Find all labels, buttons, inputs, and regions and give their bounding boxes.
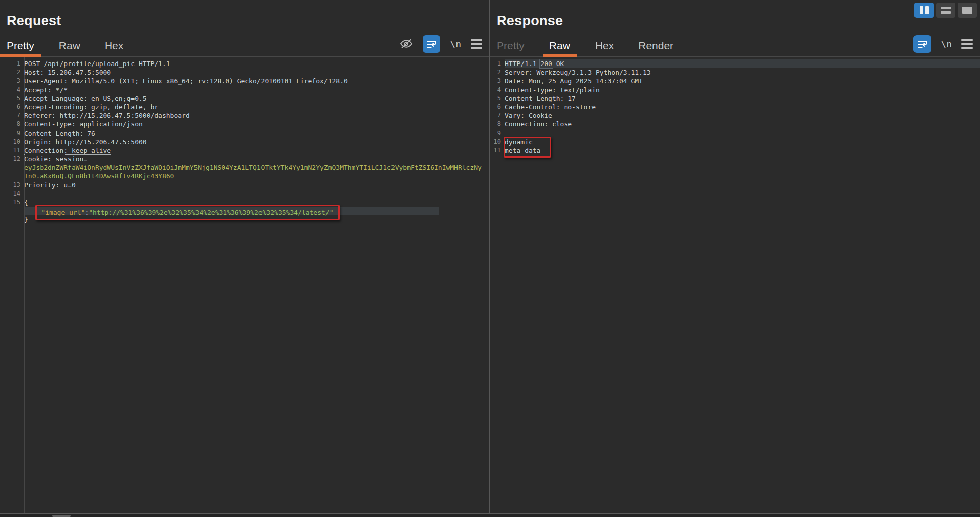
menu-icon[interactable] [471, 39, 482, 49]
request-code-line: 7Referer: http://15.206.47.5:5000/dashbo… [0, 111, 489, 120]
line-text: POST /api/profile/upload_pic HTTP/1.1 [20, 59, 170, 68]
request-tab-hex[interactable]: Hex [105, 35, 123, 56]
line-number: 10 [490, 138, 501, 146]
line-text: HTTP/1.1 200 OK [501, 59, 564, 68]
response-tab-hex[interactable]: Hex [595, 35, 614, 56]
maximize-icon[interactable] [958, 3, 977, 18]
line-number: 11 [0, 146, 20, 155]
response-code-line: 9 [490, 129, 980, 138]
split-rows-icon[interactable] [936, 3, 955, 18]
response-code-line: 3Date: Mon, 25 Aug 2025 14:37:04 GMT [490, 77, 980, 85]
code-token: Cache-Control: no-store [505, 103, 596, 111]
word-wrap-icon[interactable] [913, 35, 931, 53]
horizontal-scrollbar-thumb[interactable] [52, 515, 71, 517]
line-number [0, 163, 20, 172]
response-code-line: 1HTTP/1.1 200 OK [490, 59, 980, 68]
word-wrap-icon[interactable] [423, 35, 440, 53]
code-token: } [24, 216, 28, 223]
line-number: 3 [490, 77, 501, 85]
line-text: } [20, 215, 28, 224]
request-code-line: 9Content-Length: 76 [0, 129, 489, 138]
response-tabs: Pretty Raw Hex Render [497, 35, 698, 56]
response-code-line: 8Connection: close [490, 120, 980, 128]
line-number: 7 [490, 111, 501, 120]
line-text: Cache-Control: no-store [501, 103, 596, 111]
line-number: 2 [0, 68, 20, 77]
code-token: Content-Length: 76 [24, 130, 95, 137]
line-number: 4 [490, 86, 501, 94]
line-text: { [20, 198, 28, 207]
line-text: Server: Werkzeug/3.1.3 Python/3.11.13 [501, 68, 651, 77]
code-token: Content-Length: 17 [505, 95, 576, 102]
line-number: 9 [490, 129, 501, 138]
request-panel: Request Pretty Raw Hex [0, 0, 490, 513]
response-header: Response Pretty Raw Hex Render \n [490, 0, 980, 57]
request-code-line: 4Accept: */* [0, 86, 489, 94]
code-token: Connection: close [505, 120, 572, 128]
line-text: Referer: http://15.206.47.5:5000/dashboa… [20, 111, 190, 120]
request-editor[interactable]: 1POST /api/profile/upload_pic HTTP/1.12H… [0, 57, 489, 513]
code-token: User-Agent: Mozilla/5.0 (X11; Linux x86_… [24, 77, 348, 85]
bottom-divider [0, 513, 980, 517]
line-text: Content-Type: text/plain [501, 86, 600, 94]
response-title: Response [497, 13, 563, 29]
request-code-line: 1POST /api/profile/upload_pic HTTP/1.1 [0, 59, 489, 68]
code-token: Cookie: session= [24, 155, 87, 163]
request-code-line: 8Content-Type: application/json [0, 120, 489, 128]
line-number: 1 [0, 59, 20, 68]
code-token: HTTP/1.1 [505, 60, 540, 68]
response-tab-raw[interactable]: Raw [549, 35, 570, 56]
line-number: 8 [490, 120, 501, 128]
newline-toggle[interactable]: \n [450, 39, 461, 49]
response-code-line: 10dynamic [490, 138, 980, 146]
response-code-line: 7Vary: Cookie [490, 111, 980, 120]
code-token: Date: Mon, 25 Aug 2025 14:37:04 GMT [505, 77, 643, 85]
window-layout-controls [914, 3, 977, 18]
line-number: 14 [0, 189, 20, 198]
request-code-line: In0.aKx0uQ.QLn8b1t4DAws8ftv4RKjc43Y860 [0, 172, 489, 180]
request-code-line: 11Connection: keep-alive [0, 146, 489, 155]
request-code-line: 10Origin: http://15.206.47.5:5000 [0, 138, 489, 146]
request-tab-raw[interactable]: Raw [59, 35, 80, 56]
request-code-line: 14 [0, 189, 489, 198]
line-number: 2 [490, 68, 501, 77]
response-viewer[interactable]: 1HTTP/1.1 200 OK2Server: Werkzeug/3.1.3 … [490, 57, 980, 513]
code-token: { [24, 199, 28, 206]
request-code-line: 13Priority: u=0 [0, 181, 489, 189]
request-code-line: "image_url":"http://%31%36%39%2e%32%35%3… [0, 207, 489, 215]
code-token: In0.aKx0uQ.QLn8b1t4DAws8ftv4RKjc43Y860 [24, 172, 174, 180]
line-number: 5 [0, 94, 20, 103]
request-code-line: 5Accept-Language: en-US,en;q=0.5 [0, 94, 489, 103]
newline-toggle[interactable]: \n [941, 39, 952, 49]
menu-icon[interactable] [961, 39, 973, 49]
response-code-line: 5Content-Length: 17 [490, 94, 980, 103]
line-number: 12 [0, 155, 20, 163]
line-number: 6 [490, 103, 501, 111]
line-text: Content-Length: 17 [501, 94, 576, 103]
line-number: 7 [0, 111, 20, 120]
line-text: Host: 15.206.47.5:5000 [20, 68, 111, 77]
line-text: In0.aKx0uQ.QLn8b1t4DAws8ftv4RKjc43Y860 [20, 172, 174, 180]
line-text [20, 189, 28, 198]
code-token: Accept: */* [24, 86, 68, 94]
response-tab-pretty[interactable]: Pretty [497, 35, 525, 56]
code-token: Accept-Encoding: gzip, deflate, br [24, 103, 158, 111]
code-token: 200 [540, 60, 552, 68]
request-code-line: 12Cookie: session= [0, 155, 489, 163]
request-tab-pretty[interactable]: Pretty [7, 35, 34, 56]
response-toolbar: \n [913, 33, 973, 54]
code-token: Accept-Language: en-US,en;q=0.5 [24, 95, 147, 102]
line-text: Accept-Language: en-US,en;q=0.5 [20, 94, 147, 103]
line-text: Content-Length: 76 [20, 129, 95, 138]
pause-icon[interactable] [914, 3, 934, 18]
line-number: 13 [0, 181, 20, 189]
line-number [0, 215, 20, 224]
code-token: "http://%31%36%39%2e%32%35%34%2e%31%36%3… [89, 209, 333, 216]
eye-off-icon[interactable] [399, 38, 413, 50]
line-number: 10 [0, 138, 20, 146]
response-panel: Response Pretty Raw Hex Render \n 1HTTP/… [490, 0, 980, 513]
code-token: Referer: http://15.206.47.5:5000/dashboa… [24, 112, 190, 119]
line-number: 3 [0, 77, 20, 85]
response-tab-render[interactable]: Render [638, 35, 673, 56]
line-number: 4 [0, 86, 20, 94]
